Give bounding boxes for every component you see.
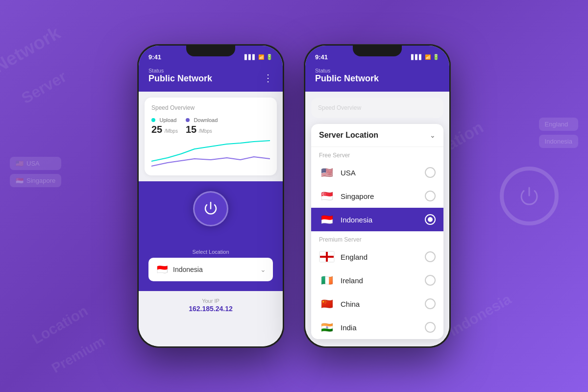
bg-text-2: Server (18, 68, 70, 108)
wifi-icon-1: 📶 (258, 54, 264, 60)
speed-chart (151, 139, 270, 169)
radio-ireland[interactable] (425, 275, 436, 286)
upload-value: 25 (151, 124, 162, 135)
upload-label: Upload (159, 117, 176, 123)
time-1: 9:41 (148, 50, 161, 61)
status-icons-2: ▋▋▋ 📶 🔋 (411, 51, 440, 60)
flag-india: 🇮🇳 (319, 321, 335, 333)
radio-indonesia[interactable] (425, 214, 436, 225)
battery-icon-1: 🔋 (266, 54, 273, 60)
location-left-1: 🇮🇩 Indonesia (155, 263, 203, 276)
menu-button-1[interactable]: ⋮ (263, 72, 273, 84)
network-label-1: Public Network (148, 74, 212, 84)
flag-indonesia: 🇮🇩 (319, 214, 335, 225)
phone-1-inner: 9:41 ▋▋▋ 📶 🔋 Status Public Network ⋮ (139, 46, 283, 346)
select-location-label: Select Location (148, 249, 273, 255)
phone-2: 9:41 ▋▋▋ 📶 🔋 Status Public Network (304, 44, 451, 348)
wifi-icon-2: 📶 (425, 54, 431, 60)
status-label-2: Status (315, 68, 379, 74)
phones-container: 9:41 ▋▋▋ 📶 🔋 Status Public Network ⋮ (137, 44, 451, 348)
server-item-indonesia[interactable]: 🇮🇩 Indonesia (311, 208, 443, 231)
notch-2 (353, 46, 402, 56)
server-name-indonesia: Indonesia (341, 216, 419, 224)
notch-1 (186, 46, 235, 56)
premium-server-label: Premium Server (311, 231, 443, 245)
server-item-ireland[interactable]: 🇮🇪 Ireland (311, 269, 443, 292)
download-label-row: Download (186, 115, 218, 124)
bg-text-1: Network (0, 22, 64, 77)
phone-1: 9:41 ▋▋▋ 📶 🔋 Status Public Network ⋮ (137, 44, 284, 348)
bg-power-icon (500, 167, 559, 225)
chart-area-1 (151, 139, 270, 169)
status-label-1: Status (148, 68, 212, 74)
phone-1-header: Status Public Network ⋮ (139, 65, 283, 92)
time-2: 9:41 (315, 50, 328, 61)
flag-singapore: 🇸🇬 (319, 190, 335, 202)
header-info-2: Status Public Network (315, 68, 379, 84)
server-item-china[interactable]: 🇨🇳 China (311, 292, 443, 316)
server-name-ireland: Ireland (341, 276, 419, 285)
flag-china: 🇨🇳 (319, 298, 335, 310)
power-button-1[interactable] (193, 191, 228, 226)
bg-text-3: Location (29, 302, 91, 347)
server-item-usa[interactable]: 🇺🇸 USA (311, 161, 443, 184)
flag-usa: 🇺🇸 (319, 167, 335, 178)
bg-flag-usa: 🇺🇸USA (10, 157, 61, 170)
download-unit: /Mbps (199, 128, 212, 134)
radio-england[interactable] (425, 251, 436, 262)
server-location-title: Server Location (319, 131, 378, 140)
ip-label-1: Your IP (146, 298, 276, 304)
radio-singapore[interactable] (425, 191, 436, 201)
header-row-1: Status Public Network ⋮ (148, 68, 273, 84)
header-row-2: Status Public Network (315, 68, 440, 84)
england-flag-svg (320, 252, 334, 262)
bg-flag-singapore: 🇸🇬Singapore (10, 174, 61, 187)
speed-info-1: Upload 25 /Mbps Download (151, 115, 270, 135)
server-name-india: India (341, 323, 419, 332)
radio-india[interactable] (425, 322, 436, 333)
bg-text-6: Indonesia (446, 291, 514, 339)
radio-usa[interactable] (425, 167, 436, 178)
bg-text-4: Premium (49, 333, 108, 376)
bg-right-flags: England Indonesia (539, 118, 578, 148)
network-label-2: Public Network (315, 74, 379, 84)
server-item-england[interactable]: England (311, 245, 443, 269)
download-value-row: 15 /Mbps (186, 124, 218, 135)
upload-value-row: 25 /Mbps (151, 124, 178, 135)
server-location-header[interactable]: Server Location ⌄ (311, 124, 443, 147)
phone-2-header: Status Public Network (305, 65, 449, 92)
status-icons-1: ▋▋▋ 📶 🔋 (245, 51, 273, 60)
server-dropdown: Server Location ⌄ Free Server 🇺🇸 USA 🇸🇬 (311, 124, 443, 339)
flag-england (319, 251, 335, 263)
server-name-china: China (341, 300, 419, 308)
download-label: Download (194, 117, 218, 123)
ip-value-1: 162.185.24.12 (146, 305, 276, 313)
header-info-1: Status Public Network (148, 68, 212, 84)
radio-inner-indonesia (428, 217, 433, 222)
upload-unit: /Mbps (165, 128, 178, 134)
radio-china[interactable] (425, 298, 436, 309)
free-server-label: Free Server (311, 147, 443, 161)
server-name-usa: USA (341, 169, 419, 177)
bg-text-right-2: Indonesia (539, 135, 578, 148)
selected-location-1: Indonesia (173, 266, 203, 273)
bg-left-flags: 🇺🇸USA 🇸🇬Singapore (10, 157, 61, 187)
upload-info: Upload 25 /Mbps (151, 115, 178, 135)
location-dropdown-1[interactable]: 🇮🇩 Indonesia ⌄ (148, 258, 273, 281)
flag-ireland: 🇮🇪 (319, 274, 335, 286)
server-header-chevron: ⌄ (430, 131, 436, 139)
signal-icon-2: ▋▋▋ (411, 54, 423, 60)
server-item-india[interactable]: 🇮🇳 India (311, 316, 443, 339)
download-info: Download 15 /Mbps (186, 115, 218, 135)
dropdown-chevron-1: ⌄ (260, 266, 266, 273)
download-dot (186, 118, 190, 122)
server-item-singapore[interactable]: 🇸🇬 Singapore (311, 184, 443, 208)
speed-card-title-2: Speed Overview (318, 104, 437, 111)
selected-flag-1: 🇮🇩 (155, 263, 169, 276)
speed-card-faded: Speed Overview (311, 98, 443, 118)
download-value: 15 (186, 124, 196, 135)
server-name-singapore: Singapore (341, 192, 419, 200)
upload-label-row: Upload (151, 115, 178, 124)
signal-icon-1: ▋▋▋ (245, 54, 256, 60)
svg-rect-2 (320, 256, 334, 258)
